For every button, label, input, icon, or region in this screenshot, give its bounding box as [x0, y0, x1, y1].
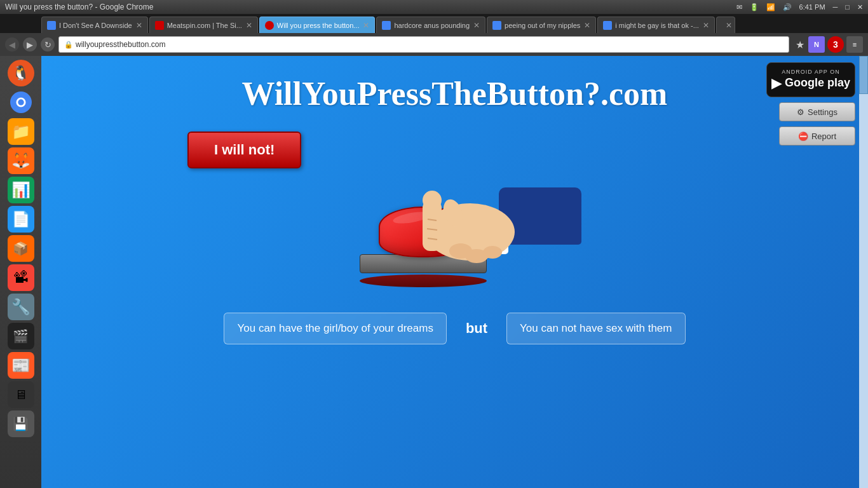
address-bar: ◀ ▶ ↻ 🔒 willyoupressthebutton.com ★ N 3 …	[0, 33, 868, 56]
report-icon: ⛔	[798, 132, 808, 141]
settings-label: Settings	[808, 107, 837, 117]
sidebar: 🐧 📁 🦊 📊 📄 📦 📽 🔧 🎬 📰 🖥 💾	[0, 56, 41, 488]
forward-button[interactable]: ▶	[23, 37, 37, 51]
right-panel: ANDROID APP ON ▶ Google play ⚙ Settings …	[766, 62, 855, 146]
but-text: but	[466, 320, 487, 337]
tab-4[interactable]: hardcore anus pounding ✕	[376, 17, 485, 33]
browser-content: ANDROID APP ON ▶ Google play ⚙ Settings …	[41, 56, 868, 488]
tab-4-close[interactable]: ✕	[470, 21, 480, 30]
gplay-row: ▶ Google play	[771, 75, 850, 92]
lock-icon: 🔒	[64, 41, 73, 49]
google-play-text: Google play	[785, 76, 850, 90]
wifi-icon: 📶	[766, 3, 775, 11]
site-title: WillYouPressTheButton?.com	[242, 75, 668, 112]
sidebar-item-tools[interactable]: 🔧	[8, 294, 34, 320]
button-area	[41, 175, 868, 287]
clock: 6:41 PM	[799, 3, 825, 11]
condition-right-box: You can not have sex with them	[506, 313, 685, 344]
scrollbar-thumb[interactable]	[859, 56, 868, 94]
volume-icon: 🔊	[783, 3, 792, 11]
android-text: ANDROID APP ON	[782, 69, 839, 75]
sidebar-item-firefox[interactable]: 🦊	[8, 147, 34, 174]
back-button[interactable]: ◀	[5, 37, 19, 51]
tab-1[interactable]: I Don't See A Downside ✕	[41, 17, 148, 33]
tab-6-close[interactable]: ✕	[699, 21, 709, 30]
svg-point-9	[423, 191, 442, 210]
sidebar-item-chrome[interactable]	[8, 89, 34, 116]
tab-3[interactable]: Will you press the button... ✕	[259, 17, 376, 33]
notification-icon[interactable]: 3	[827, 36, 844, 53]
tab-2-close[interactable]: ✕	[242, 21, 252, 30]
url-bar[interactable]: 🔒 willyoupressthebutton.com	[58, 36, 789, 53]
sidebar-item-news[interactable]: 📰	[8, 352, 34, 379]
chrome-icon	[10, 91, 32, 114]
refresh-button[interactable]: ↻	[41, 37, 55, 51]
close-btn[interactable]: ✕	[857, 3, 863, 11]
tab-3-label: Will you press the button...	[277, 22, 360, 29]
tab-7[interactable]: ✕	[716, 17, 735, 33]
sidebar-item-package[interactable]: 📦	[8, 235, 34, 262]
tab-6-label: i might be gay is that ok -...	[615, 22, 698, 29]
tab-1-label: I Don't See A Downside	[59, 22, 132, 29]
will-not-button[interactable]: I will not!	[187, 132, 301, 168]
tab-4-favicon	[382, 21, 391, 30]
tab-3-close[interactable]: ✕	[359, 21, 369, 30]
sidebar-item-drive[interactable]: 💾	[8, 410, 34, 437]
tab-5-close[interactable]: ✕	[580, 21, 590, 30]
report-button[interactable]: ⛔ Report	[779, 126, 855, 146]
title-bar-left: Will you press the button? - Google Chro…	[5, 3, 153, 11]
tab-7-close[interactable]: ✕	[722, 21, 732, 30]
menu-icon[interactable]: ≡	[846, 36, 863, 53]
tab-bar: I Don't See A Downside ✕ Meatspin.com | …	[0, 14, 868, 33]
sidebar-item-sheets[interactable]: 📊	[8, 177, 34, 203]
condition-left-text: You can have the girl/boy of your dreams	[237, 322, 433, 334]
report-label: Report	[811, 132, 836, 141]
condition-left-box: You can have the girl/boy of your dreams	[224, 313, 446, 344]
tab-2[interactable]: Meatspin.com | The Si... ✕	[149, 17, 258, 33]
sidebar-item-video[interactable]: 🎬	[8, 323, 34, 349]
sidebar-item-writer[interactable]: 📄	[8, 206, 34, 233]
tab-3-favicon	[265, 21, 274, 30]
tab-2-label: Meatspin.com | The Si...	[167, 22, 242, 29]
title-bar-right: ✉ 🔋 📶 🔊 6:41 PM ─ □ ✕	[736, 3, 863, 11]
tab-6-favicon	[603, 21, 612, 30]
tab-2-favicon	[155, 21, 164, 30]
sidebar-item-ubuntu[interactable]: 🐧	[8, 60, 34, 86]
tab-4-label: hardcore anus pounding	[394, 22, 470, 29]
title-bar: Will you press the button? - Google Chro…	[0, 0, 868, 14]
tab-5-favicon	[492, 21, 501, 30]
settings-button[interactable]: ⚙ Settings	[779, 102, 855, 121]
google-play-badge[interactable]: ANDROID APP ON ▶ Google play	[766, 62, 855, 97]
url-text: willyoupressthebutton.com	[76, 40, 165, 49]
battery-icon: 🔋	[750, 3, 759, 11]
minimize-btn[interactable]: ─	[833, 3, 838, 11]
bookmark-star-icon[interactable]: ★	[796, 39, 804, 51]
mail-icon[interactable]: ✉	[736, 3, 742, 11]
ubuntu-icon: 🐧	[12, 65, 29, 81]
pointing-hand-icon	[372, 149, 588, 289]
sidebar-item-folder[interactable]: 📁	[8, 118, 34, 145]
maximize-btn[interactable]: □	[845, 3, 850, 11]
tab-1-close[interactable]: ✕	[132, 21, 142, 30]
svg-point-12	[483, 246, 502, 259]
tab-6[interactable]: i might be gay is that ok -... ✕	[597, 17, 714, 33]
tab-1-favicon	[47, 21, 56, 30]
tab-5[interactable]: peeing out of my nipples ✕	[487, 17, 596, 33]
window-title: Will you press the button? - Google Chro…	[5, 3, 153, 11]
svg-point-2	[18, 99, 24, 105]
play-icon: ▶	[771, 75, 782, 92]
toolbar-icons: N 3 ≡	[808, 36, 863, 53]
profile-icon[interactable]: N	[808, 36, 825, 53]
sidebar-item-screen[interactable]: 🖥	[8, 381, 34, 408]
sidebar-item-presentation[interactable]: 📽	[8, 264, 34, 291]
condition-right-text: You can not have sex with them	[520, 322, 672, 334]
tab-5-label: peeing out of my nipples	[505, 22, 580, 29]
conditions-row: You can have the girl/boy of your dreams…	[224, 313, 685, 344]
settings-gear-icon: ⚙	[797, 107, 804, 117]
